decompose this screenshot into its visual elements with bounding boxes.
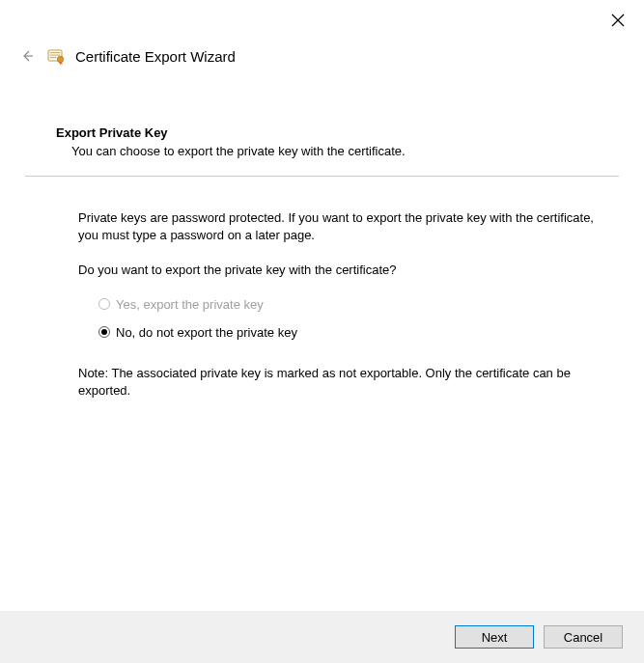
intro-text: Private keys are password protected. If … — [25, 209, 619, 244]
note-text: Note: The associated private key is mark… — [25, 365, 619, 400]
close-icon — [611, 14, 625, 27]
back-button[interactable] — [17, 46, 37, 66]
radio-no-label: No, do not export the private key — [116, 325, 297, 340]
wizard-footer: Next Cancel — [0, 611, 644, 663]
page-subheading: You can choose to export the private key… — [25, 144, 619, 158]
radio-icon-selected — [98, 326, 110, 338]
cancel-button[interactable]: Cancel — [544, 625, 623, 649]
wizard-content: Export Private Key You can choose to exp… — [25, 125, 619, 400]
wizard-header: Certificate Export Wizard — [17, 46, 236, 66]
radio-yes-label: Yes, export the private key — [116, 297, 264, 312]
svg-rect-4 — [50, 52, 61, 53]
export-key-radio-group: Yes, export the private key No, do not e… — [25, 297, 619, 340]
svg-rect-6 — [50, 57, 57, 58]
radio-icon — [98, 298, 110, 310]
svg-rect-5 — [50, 55, 61, 56]
svg-point-7 — [57, 56, 63, 62]
page-heading: Export Private Key — [25, 125, 619, 140]
close-button[interactable] — [609, 12, 627, 29]
question-text: Do you want to export the private key wi… — [25, 262, 619, 279]
radio-no-export[interactable]: No, do not export the private key — [98, 325, 619, 340]
certificate-wizard-icon — [46, 46, 66, 66]
divider — [25, 176, 619, 177]
radio-inner-dot — [101, 329, 107, 335]
back-arrow-icon — [19, 48, 35, 64]
next-button[interactable]: Next — [455, 625, 534, 649]
radio-yes-export: Yes, export the private key — [98, 297, 619, 312]
wizard-title: Certificate Export Wizard — [75, 48, 236, 65]
